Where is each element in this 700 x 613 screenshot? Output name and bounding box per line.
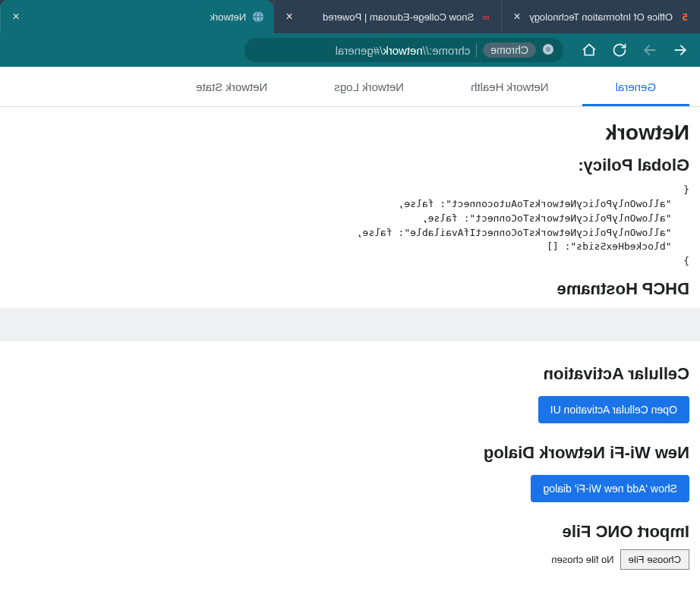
browser-tab-0[interactable]: 5 Office Of Information Technology × bbox=[501, 0, 700, 33]
tab-network-health[interactable]: Network Health bbox=[437, 67, 582, 106]
close-icon[interactable]: × bbox=[283, 11, 295, 23]
page-title: Network bbox=[11, 121, 689, 145]
chrome-logo-icon bbox=[542, 43, 554, 58]
import-onc-heading: Import ONC File bbox=[11, 522, 689, 542]
tab-title: Snow College-Eduroam | Powered bbox=[301, 11, 474, 23]
browser-tab-1[interactable]: ∞ Snow College-Eduroam | Powered × bbox=[273, 0, 501, 33]
address-bar[interactable]: Chrome chrome://network/#general bbox=[244, 38, 563, 62]
global-policy-json: { "allowOnlyPolicyNetworksToAutoconnect"… bbox=[11, 183, 689, 269]
favicon-eduroam-icon: ∞ bbox=[480, 11, 492, 23]
tab-general[interactable]: General bbox=[582, 67, 689, 106]
file-input-row: Choose File No file chosen bbox=[11, 549, 689, 570]
reload-button[interactable] bbox=[609, 39, 630, 61]
choose-file-button[interactable]: Choose File bbox=[620, 549, 689, 570]
browser-tab-2[interactable]: Network × bbox=[0, 0, 273, 33]
nav-tabs: General Network Health Network Logs Netw… bbox=[0, 67, 700, 107]
global-policy-heading: Global Policy: bbox=[11, 156, 689, 175]
dhcp-empty-bar bbox=[0, 308, 700, 341]
toolbar: Chrome chrome://network/#general bbox=[0, 33, 700, 67]
show-add-wifi-button[interactable]: Show 'Add new Wi-Fi' dialog bbox=[531, 475, 689, 502]
wifi-heading: New Wi-Fi Network Dialog bbox=[11, 443, 689, 463]
tab-network-state[interactable]: Network State bbox=[190, 67, 301, 106]
address-url: chrome://network/#general bbox=[336, 44, 471, 57]
address-divider bbox=[476, 43, 477, 57]
favicon-snow-icon: 5 bbox=[679, 11, 691, 23]
tab-title: Network bbox=[28, 11, 246, 23]
home-button[interactable] bbox=[579, 39, 600, 61]
page-content: General Network Health Network Logs Netw… bbox=[0, 67, 700, 585]
back-button[interactable] bbox=[670, 39, 691, 61]
close-icon[interactable]: × bbox=[511, 11, 523, 23]
address-chip: Chrome bbox=[483, 42, 536, 58]
browser-chrome: 5 Office Of Information Technology × ∞ S… bbox=[0, 0, 700, 67]
close-icon[interactable]: × bbox=[10, 11, 22, 23]
tab-network-logs[interactable]: Network Logs bbox=[301, 67, 437, 106]
svg-point-6 bbox=[546, 46, 550, 51]
open-cellular-activation-button[interactable]: Open Cellular Activation UI bbox=[538, 396, 689, 423]
dhcp-heading: DHCP Hostname bbox=[11, 279, 689, 299]
no-file-label: No file chosen bbox=[551, 554, 613, 565]
main: Network Global Policy: { "allowOnlyPolic… bbox=[0, 121, 700, 585]
cellular-heading: Cellular Activation bbox=[11, 364, 689, 384]
forward-button[interactable] bbox=[639, 39, 661, 61]
tab-bar: 5 Office Of Information Technology × ∞ S… bbox=[0, 0, 700, 33]
globe-icon bbox=[252, 11, 264, 23]
tab-title: Office Of Information Technology bbox=[529, 11, 673, 23]
